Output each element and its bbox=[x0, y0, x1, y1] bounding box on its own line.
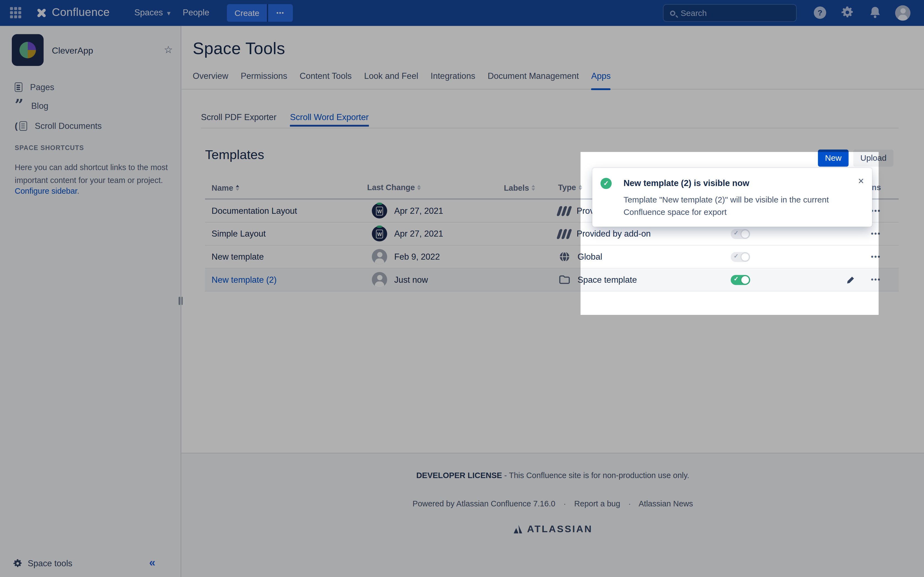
help-icon[interactable]: ? bbox=[814, 6, 826, 19]
sidebar-item-blog[interactable]: ” Blog bbox=[15, 102, 48, 111]
license-notice: DEVELOPER LICENSE - This Confluence site… bbox=[181, 471, 924, 480]
space-shortcuts-heading: SPACE SHORTCUTS bbox=[15, 144, 84, 152]
page-icon bbox=[15, 82, 23, 92]
new-template-button[interactable]: New bbox=[818, 150, 848, 166]
globe-icon bbox=[558, 250, 571, 263]
sidebar-item-pages[interactable]: Pages bbox=[15, 82, 55, 92]
more-actions-button[interactable]: ••• bbox=[871, 253, 881, 261]
last-change-date: Apr 27, 2021 bbox=[394, 229, 443, 239]
more-actions-button[interactable]: ••• bbox=[871, 206, 881, 215]
last-change-date: Just now bbox=[394, 275, 428, 284]
scroll-addon-icon bbox=[556, 229, 572, 239]
collapse-sidebar-button[interactable]: « bbox=[149, 556, 155, 569]
create-button[interactable]: Create bbox=[227, 4, 267, 22]
subtab-scroll-pdf-exporter[interactable]: Scroll PDF Exporter bbox=[201, 111, 277, 124]
quote-icon: ” bbox=[15, 102, 24, 110]
column-header-labels[interactable]: Labels bbox=[504, 184, 535, 192]
atlassian-logo-icon bbox=[513, 524, 523, 533]
confluence-wordmark[interactable]: Confluence bbox=[52, 6, 110, 19]
search-icon bbox=[670, 10, 675, 16]
space-logo-pie-icon bbox=[19, 42, 36, 58]
tab-overview[interactable]: Overview bbox=[193, 67, 229, 89]
configure-sidebar-row: Configure sidebar. bbox=[15, 187, 79, 195]
success-toast: ✓ New template (2) is visible now Templa… bbox=[592, 168, 872, 227]
search-input[interactable] bbox=[681, 8, 781, 18]
template-name: Simple Layout bbox=[205, 229, 367, 239]
export-enabled-toggle[interactable]: ✓ bbox=[731, 229, 750, 239]
close-icon[interactable]: × bbox=[858, 176, 864, 187]
gear-icon bbox=[13, 559, 22, 568]
table-row[interactable]: New template Feb 9, 2022 Global ✓ ••• bbox=[205, 246, 899, 269]
app-switcher-icon[interactable] bbox=[10, 7, 22, 19]
export-enabled-toggle[interactable]: ✓ bbox=[731, 252, 750, 261]
sidebar-resize-handle[interactable] bbox=[178, 297, 183, 305]
more-actions-button[interactable]: ••• bbox=[871, 276, 881, 284]
space-shortcuts-description: Here you can add shortcut links to the m… bbox=[15, 161, 179, 187]
template-type: Space template bbox=[577, 275, 637, 284]
more-actions-button[interactable]: ••• bbox=[871, 230, 881, 238]
edit-pencil-icon[interactable] bbox=[846, 275, 856, 285]
exporter-subtabs: Scroll PDF Exporter Scroll Word Exporter bbox=[201, 111, 899, 128]
toast-title: New template (2) is visible now bbox=[624, 178, 750, 188]
word-document-avatar: W bbox=[372, 226, 387, 242]
nav-spaces-menu[interactable]: Spaces▼ bbox=[134, 8, 172, 17]
atlassian-brand: ATLASSIAN bbox=[181, 524, 924, 535]
global-search[interactable] bbox=[663, 4, 797, 22]
subtab-scroll-word-exporter[interactable]: Scroll Word Exporter bbox=[290, 111, 369, 124]
table-row-selected[interactable]: New template (2) Just now Space template… bbox=[205, 268, 899, 292]
space-name[interactable]: CleverApp bbox=[52, 45, 93, 55]
column-header-type[interactable]: Type bbox=[558, 183, 582, 192]
toast-message: Template "New template (2)" will be visi… bbox=[624, 194, 855, 218]
tab-look-and-feel[interactable]: Look and Feel bbox=[364, 67, 418, 89]
create-more-button[interactable]: ••• bbox=[268, 4, 292, 22]
space-tools-tabs: Overview Permissions Content Tools Look … bbox=[181, 67, 924, 89]
template-type: Provided by add-on bbox=[577, 229, 651, 239]
templates-heading: Templates bbox=[205, 147, 264, 163]
person-avatar bbox=[372, 272, 387, 287]
confluence-app-window: Confluence Spaces▼ People Create ••• ? C… bbox=[0, 0, 924, 577]
column-header-name[interactable]: Name bbox=[212, 184, 239, 192]
last-change-date: Apr 27, 2021 bbox=[394, 206, 443, 215]
atlassian-news-link[interactable]: Atlassian News bbox=[638, 499, 693, 508]
sort-icon bbox=[236, 185, 239, 190]
person-avatar bbox=[372, 249, 387, 264]
tab-apps[interactable]: Apps bbox=[591, 67, 611, 89]
footer-links: Powered by Atlassian Confluence 7.16.0 ·… bbox=[181, 499, 924, 508]
sort-icon bbox=[417, 185, 421, 190]
sort-icon bbox=[578, 185, 582, 190]
main-content: Space Tools Overview Permissions Content… bbox=[181, 26, 924, 453]
sidebar-item-scroll-documents[interactable]: ( Scroll Documents bbox=[15, 121, 102, 131]
export-enabled-toggle[interactable]: ✓ bbox=[731, 275, 750, 285]
favorite-star-icon[interactable]: ☆ bbox=[164, 44, 173, 56]
confluence-logo-icon[interactable] bbox=[35, 6, 48, 19]
page-footer: DEVELOPER LICENSE - This Confluence site… bbox=[181, 453, 924, 535]
powered-by-text: Powered by Atlassian Confluence 7.16.0 bbox=[412, 499, 555, 508]
tab-permissions[interactable]: Permissions bbox=[241, 67, 287, 89]
page-title: Space Tools bbox=[193, 39, 285, 58]
scroll-documents-icon: ( bbox=[15, 121, 18, 131]
notifications-bell-icon[interactable] bbox=[869, 6, 882, 19]
sort-icon bbox=[531, 185, 535, 190]
user-avatar[interactable] bbox=[895, 5, 911, 21]
space-tools-menu[interactable]: Space tools bbox=[13, 559, 72, 568]
success-check-icon: ✓ bbox=[601, 178, 612, 189]
upload-template-button[interactable]: Upload bbox=[853, 150, 894, 166]
scroll-addon-icon bbox=[556, 206, 572, 216]
last-change-date: Feb 9, 2022 bbox=[394, 252, 440, 261]
report-a-bug-link[interactable]: Report a bug bbox=[574, 499, 620, 508]
template-name-link[interactable]: New template (2) bbox=[212, 275, 277, 284]
folder-icon bbox=[558, 273, 571, 286]
space-logo[interactable] bbox=[12, 34, 44, 66]
gear-icon[interactable] bbox=[841, 6, 854, 19]
template-name: New template bbox=[205, 252, 367, 261]
nav-people-link[interactable]: People bbox=[183, 8, 209, 17]
tab-integrations[interactable]: Integrations bbox=[431, 67, 475, 89]
top-navigation-bar: Confluence Spaces▼ People Create ••• ? bbox=[0, 0, 924, 26]
template-name: Documentation Layout bbox=[205, 206, 367, 215]
chevron-down-icon: ▼ bbox=[166, 10, 171, 16]
configure-sidebar-link[interactable]: Configure sidebar bbox=[15, 187, 77, 195]
space-sidebar: CleverApp ☆ Pages ” Blog ( Scroll Docume… bbox=[0, 26, 180, 577]
tab-document-management[interactable]: Document Management bbox=[488, 67, 579, 89]
tab-content-tools[interactable]: Content Tools bbox=[299, 67, 351, 89]
column-header-last-change[interactable]: Last Change bbox=[367, 183, 421, 192]
